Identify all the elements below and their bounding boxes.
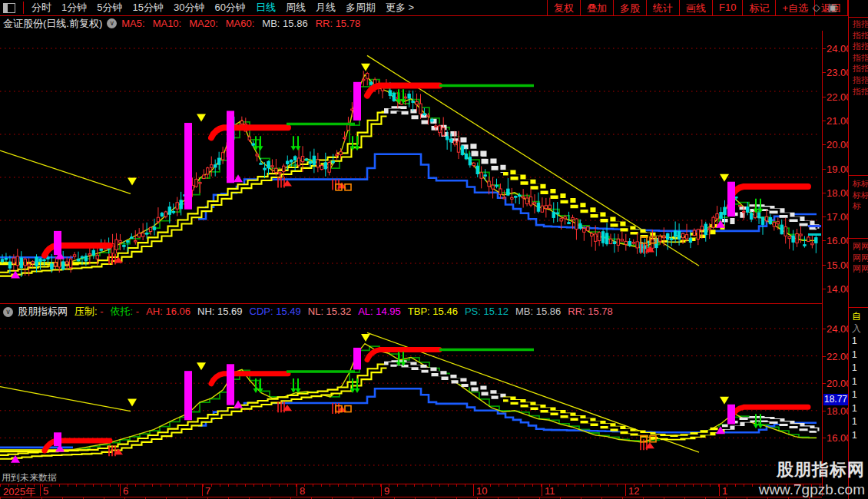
clipped-panel-text: 自 [852, 310, 861, 323]
future-data-note: 用到未来数据 [2, 471, 57, 484]
app-window: 分时1分钟5分钟15分钟30分钟60分钟日线周线月线多周期更多 > 复权叠加多股… [0, 0, 868, 499]
title-field: MA20: [189, 18, 218, 29]
month-label: 7 [205, 485, 210, 497]
month-separator [120, 484, 121, 496]
indicator-source-label: 股朋指标网 [18, 305, 68, 319]
price-axis: 18.77 24.0023.0022.0021.0020.0019.0018.0… [822, 31, 849, 496]
month-separator [381, 484, 382, 496]
title-bar: 金证股份(日线.前复权) ∨ MA5:MA10:MA20:MA60:MB: 15… [0, 16, 848, 31]
toolbar-button-7[interactable]: +自选 [775, 0, 814, 15]
month-label: 8 [300, 485, 305, 497]
clipped-number: 1 [852, 335, 857, 346]
clipped-right-panel: 指指指指指指指指指指指指指指标标标标标网网网网网网自入11111111 [848, 0, 868, 499]
indicator-chart-canvas[interactable] [0, 319, 822, 484]
watermark: 股朋指标网 www.7gpzb.com [759, 458, 865, 498]
window-layout-icon[interactable] [3, 3, 15, 13]
month-label: 9 [384, 485, 389, 497]
title-field: RR: 15.78 [316, 18, 361, 29]
collapse-circle-icon[interactable]: ∨ [107, 18, 117, 28]
clipped-number: 1 [852, 389, 857, 400]
main-chart-canvas[interactable] [0, 31, 822, 303]
month-separator [473, 484, 474, 496]
month-separator [625, 484, 626, 496]
clipped-panel-text: 指指指指指指指指指指指指指指 [853, 18, 868, 97]
title-field: MA10: [153, 18, 182, 29]
indicator-field: 压制: - [75, 306, 104, 317]
month-label: 11 [545, 485, 555, 497]
clipped-panel-text: 网网网网网网 [853, 241, 868, 275]
clipped-number: 1 [852, 362, 857, 373]
month-separator [202, 484, 203, 496]
period-toolbar: 分时1分钟5分钟15分钟30分钟60分钟日线周线月线多周期更多 > 复权叠加多股… [0, 0, 868, 16]
clipped-number: 1 [852, 376, 857, 387]
toolbar-button-1[interactable]: 叠加 [580, 0, 613, 15]
period-tab-1[interactable]: 1分钟 [61, 1, 87, 15]
period-tab-9[interactable]: 多周期 [346, 1, 376, 15]
month-separator [40, 484, 41, 496]
indicator-field: PS: 15.12 [465, 306, 509, 317]
toolbar-button-5[interactable]: F10 [712, 0, 742, 15]
title-field: MB: 15.86 [262, 18, 307, 29]
indicator-field: NH: 15.69 [197, 306, 243, 317]
date-axis: 2025年 567891011121 [0, 484, 822, 497]
indicator-fields: 压制: -依托: -AH: 16.06NH: 15.69CDP: 15.49NL… [75, 305, 620, 319]
diamond-icon[interactable]: ◇ [813, 2, 820, 13]
toolbar-divider [23, 2, 24, 14]
indicator-field: NL: 15.32 [308, 306, 351, 317]
month-separator [719, 484, 720, 496]
month-separator [297, 484, 297, 496]
period-tab-3[interactable]: 15分钟 [132, 1, 163, 15]
indicator-field: 依托: - [111, 306, 140, 317]
period-tab-10[interactable]: 更多 > [386, 1, 414, 15]
period-tab-2[interactable]: 5分钟 [97, 1, 122, 15]
month-label: 12 [628, 485, 639, 497]
clipped-number: 1 [852, 430, 857, 441]
ma-fields: MA5:MA10:MA20:MA60:MB: 15.86RR: 15.78 [121, 18, 368, 29]
indicator-field: RR: 15.78 [568, 306, 613, 317]
period-tab-8[interactable]: 月线 [316, 1, 336, 15]
clipped-number: 1 [852, 403, 857, 414]
main-chart-pane[interactable] [0, 31, 822, 303]
month-label: 6 [123, 485, 128, 497]
indicator-field: MB: 15.86 [515, 306, 561, 317]
month-separator [542, 484, 542, 496]
clipped-panel-text: 标标标标标 [853, 178, 868, 212]
clipped-number: 1 [852, 349, 857, 360]
indicator-field: CDP: 15.49 [250, 306, 301, 317]
period-tab-0[interactable]: 分时 [31, 1, 51, 15]
toolbar-button-0[interactable]: 复权 [547, 0, 580, 15]
toolbar-button-2[interactable]: 多股 [613, 0, 646, 15]
toolbar-right-buttons: 复权叠加多股统计画线F10标记+自选返回 [547, 0, 848, 15]
month-label: 5 [43, 485, 48, 497]
collapse-circle-icon[interactable]: ∨ [3, 307, 13, 317]
period-tab-6[interactable]: 日线 [256, 1, 276, 15]
period-tabs: 分时1分钟5分钟15分钟30分钟60分钟日线周线月线多周期更多 > [27, 1, 547, 15]
period-tab-5[interactable]: 60分钟 [214, 1, 245, 15]
price-tag: 18.77 [823, 394, 848, 405]
watermark-url: www.7gpzb.com [759, 481, 865, 498]
title-field: MA60: [226, 18, 255, 29]
indicator-chart-pane[interactable] [0, 319, 822, 484]
period-tab-4[interactable]: 30分钟 [174, 1, 204, 15]
panel-split-icon[interactable]: ▣ [828, 2, 837, 13]
month-label: 10 [476, 485, 487, 497]
clipped-panel-text: 入 [852, 322, 861, 335]
clipped-number: 1 [852, 416, 857, 427]
indicator-field: TBP: 15.46 [408, 306, 458, 317]
indicator-field: AL: 14.95 [358, 306, 401, 317]
period-tab-7[interactable]: 周线 [286, 1, 306, 15]
month-label: 1 [722, 485, 727, 497]
toolbar-button-4[interactable]: 画线 [679, 0, 712, 15]
toolbar-button-6[interactable]: 标记 [742, 0, 775, 15]
stock-title: 金证股份(日线.前复权) [3, 17, 102, 31]
toolbar-button-3[interactable]: 统计 [646, 0, 679, 15]
indicator-field: AH: 16.06 [146, 306, 190, 317]
watermark-site-name: 股朋指标网 [759, 458, 865, 481]
title-field: MA5: [121, 18, 144, 29]
indicator-bar: ∨ 股朋指标网 压制: -依托: -AH: 16.06NH: 15.69CDP:… [0, 303, 822, 320]
